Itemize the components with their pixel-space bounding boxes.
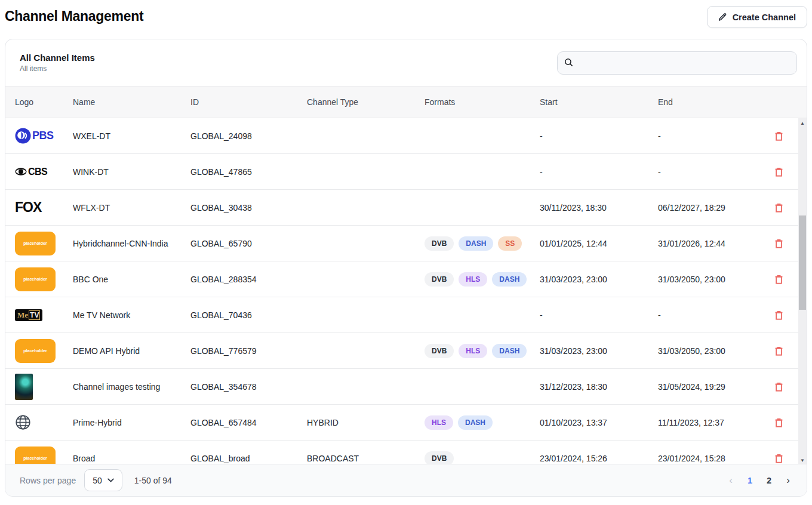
format-badge-dash: DASH [458,415,493,430]
search-icon [564,57,574,70]
delete-channel-button[interactable] [771,343,787,359]
start-date: 01/10/2023, 13:37 [540,418,658,427]
start-date: - [540,310,658,320]
column-header-name[interactable]: Name [73,97,190,107]
start-date: 31/12/2023, 18:30 [540,382,658,392]
table-row[interactable]: Channel images testingGLOBAL_35467831/12… [5,369,798,405]
channel-logo-cell [15,414,73,430]
table-row[interactable]: CBSWINK-DTGLOBAL_47865-- [5,154,798,190]
placeholder-logo: placeholder [15,339,56,363]
pagination: ‹ 1 2 › [723,473,796,488]
rows-per-page-value: 50 [93,476,102,485]
delete-channel-button[interactable] [771,235,787,252]
chevron-down-icon [107,478,114,482]
placeholder-logo: placeholder [15,232,56,255]
page-button-2[interactable]: 2 [761,473,777,488]
delete-channel-button[interactable] [771,199,787,216]
page-button-1[interactable]: 1 [742,473,758,488]
table-row[interactable]: PBSWXEL-DTGLOBAL_24098-- [5,118,798,154]
format-badge-dash: DASH [492,344,527,358]
fox-logo: FOX [15,199,41,215]
table-row[interactable]: MeTVMe TV NetworkGLOBAL_70436-- [5,297,798,333]
column-header-formats[interactable]: Formats [425,97,540,107]
scrollbar-up-arrow[interactable]: ▲ [798,118,807,128]
panel-title: All Channel Items [20,53,95,63]
column-header-channel-type[interactable]: Channel Type [307,97,425,107]
table-rows-container: PBSWXEL-DTGLOBAL_24098-- CBSWINK-DTGLOBA… [5,118,798,465]
delete-channel-button[interactable] [771,414,787,431]
trash-icon [773,350,785,359]
end-date: 31/01/2026, 12:44 [658,239,759,248]
search-box [557,51,797,75]
channel-formats: DVBDASHSS [425,236,540,251]
top-bar: Channel Management Create Channel [0,0,812,37]
column-header-start[interactable]: Start [540,97,658,107]
delete-channel-button[interactable] [771,450,787,466]
channel-formats: DVBHLSDASH [425,272,540,287]
delete-channel-button[interactable] [771,164,787,180]
channel-formats: DVB [425,451,540,466]
channel-logo-cell: placeholder [15,232,73,255]
table-row[interactable]: Prime-HybridGLOBAL_657484HYBRIDHLSDASH01… [5,405,798,441]
delete-channel-button[interactable] [771,128,787,144]
channel-id: GLOBAL_47865 [190,167,307,177]
table-footer: Rows per page 50 1-50 of 94 ‹ 1 2 › [5,464,807,496]
format-badge-dvb: DVB [425,344,454,358]
format-badge-dash: DASH [459,236,493,251]
table-row[interactable]: placeholderHybridchannel-CNN-IndiaGLOBAL… [5,226,798,261]
format-badge-ss: SS [498,236,522,251]
delete-channel-button[interactable] [771,378,787,395]
channel-logo-cell: placeholder [15,447,73,466]
column-header-end[interactable]: End [658,97,759,107]
channel-logo-cell: placeholder [15,267,73,291]
page-title: Channel Management [5,6,143,24]
panel-title-block: All Channel Items All items [20,53,95,73]
column-header-id[interactable]: ID [190,97,307,107]
scrollbar-thumb[interactable] [799,215,806,310]
channel-id: GLOBAL_354678 [190,382,307,392]
format-badge-dvb: DVB [425,236,454,251]
table-row[interactable]: placeholderBroadGLOBAL_broadBROADCASTDVB… [5,441,798,465]
panel-subtitle: All items [20,64,95,73]
column-header-logo[interactable]: Logo [15,97,73,107]
end-date: 31/03/2050, 23:00 [658,346,759,356]
channel-name: DEMO API Hybrid [73,346,190,356]
channel-name: Me TV Network [73,310,190,320]
format-badge-dash: DASH [492,272,527,287]
end-date: - [658,167,759,177]
table-header-row: Logo Name ID Channel Type Formats Start … [5,86,807,118]
search-input[interactable] [557,51,797,75]
channel-name: Channel images testing [73,382,190,392]
channel-id: GLOBAL_657484 [190,418,307,427]
start-date: 01/01/2025, 12:44 [540,239,658,248]
placeholder-logo: placeholder [15,447,56,466]
channel-name: WFLX-DT [73,203,190,213]
channel-formats: DVBHLSDASH [425,344,540,358]
delete-channel-button[interactable] [771,271,787,288]
channel-image-logo [15,374,33,400]
channel-type: HYBRID [307,418,425,427]
trash-icon [773,421,785,430]
start-date: 23/01/2024, 15:26 [540,454,658,463]
table-body: PBSWXEL-DTGLOBAL_24098-- CBSWINK-DTGLOBA… [5,118,807,465]
previous-page-button[interactable]: ‹ [723,473,739,488]
rows-per-page-label: Rows per page [20,476,76,485]
rows-per-page-select[interactable]: 50 [84,469,122,491]
create-channel-label: Create Channel [733,13,796,22]
card-header: All Channel Items All items [5,39,807,86]
vertical-scrollbar[interactable]: ▲ ▼ [798,118,807,465]
format-badge-hls: HLS [459,272,487,287]
next-page-button[interactable]: › [780,473,796,488]
trash-icon [773,171,785,180]
start-date: 31/03/2023, 23:00 [540,346,658,356]
channel-id: GLOBAL_776579 [190,346,307,356]
create-channel-button[interactable]: Create Channel [707,6,807,28]
table-row[interactable]: placeholderBBC OneGLOBAL_288354DVBHLSDAS… [5,261,798,297]
channel-name: Prime-Hybrid [73,418,190,427]
delete-channel-button[interactable] [771,307,787,324]
format-badge-dvb: DVB [425,272,454,287]
cbs-logo: CBS [15,167,47,177]
table-row[interactable]: placeholderDEMO API HybridGLOBAL_776579D… [5,333,798,369]
table-row[interactable]: FOXWFLX-DTGLOBAL_3043830/11/2023, 18:300… [5,190,798,226]
end-date: 06/12/2027, 18:29 [658,203,759,213]
